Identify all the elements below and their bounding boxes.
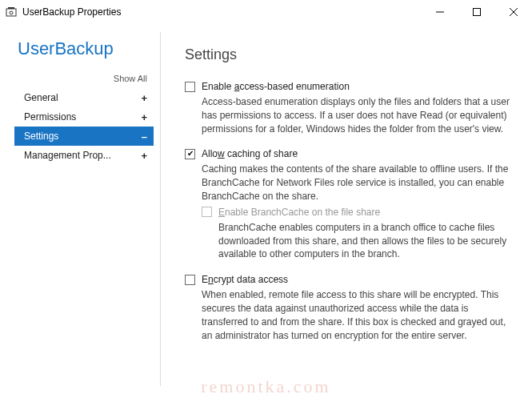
setting-description: Access-based enumeration displays only t… [202,95,516,135]
nav-item-permissions[interactable]: Permissions + [14,107,154,127]
expand-icon: + [141,92,147,104]
content-panel: Settings Enable access-based enumeration… [161,24,532,402]
nav-label: Management Prop... [24,150,111,161]
checkbox-label[interactable]: Encrypt data access [202,274,288,285]
setting-enable-branchcache: Enable BranchCache on the file share Bra… [202,207,516,261]
svg-point-2 [10,11,13,14]
setting-enable-abe: Enable access-based enumeration Access-b… [185,81,516,135]
setting-description: Caching makes the contents of the share … [202,163,516,203]
minimize-button[interactable] [422,0,458,24]
app-icon [5,6,18,18]
window-title: UserBackup Properties [22,6,422,18]
svg-rect-1 [8,7,14,9]
nav-label: General [24,92,58,103]
setting-encrypt: Encrypt data access When enabled, remote… [185,274,516,342]
checkbox-encrypt[interactable] [185,275,195,285]
checkbox-enable-branchcache [202,207,212,217]
nav-item-settings[interactable]: Settings – [14,127,154,146]
setting-description: BranchCache enables computers in a branc… [218,221,516,261]
close-button[interactable] [495,0,532,24]
expand-icon: + [141,150,147,162]
sidebar: UserBackup Show All General + Permission… [0,24,160,402]
maximize-button[interactable] [458,0,495,24]
svg-rect-0 [6,9,16,16]
checkbox-allow-caching[interactable] [185,149,195,159]
content-heading: Settings [185,46,516,63]
page-heading: UserBackup [18,38,152,59]
nav-list: General + Permissions + Settings – Manag… [18,88,152,165]
checkbox-label: Enable BranchCache on the file share [218,207,380,218]
show-all-link[interactable]: Show All [18,74,152,83]
nav-label: Settings [24,131,58,142]
expand-icon: + [141,111,147,123]
nav-label: Permissions [24,111,76,123]
titlebar: UserBackup Properties [0,0,532,24]
setting-description: When enabled, remote file access to this… [202,288,516,342]
nav-item-management-properties[interactable]: Management Prop... + [14,146,154,165]
svg-rect-4 [474,9,481,16]
checkbox-label[interactable]: Enable access-based enumeration [202,81,350,92]
nav-item-general[interactable]: General + [14,88,154,107]
checkbox-enable-abe[interactable] [185,82,195,92]
window-controls [422,0,532,24]
collapse-icon: – [142,131,147,143]
checkbox-label[interactable]: Allow caching of share [202,148,298,159]
setting-allow-caching: Allow caching of share Caching makes the… [185,148,516,261]
